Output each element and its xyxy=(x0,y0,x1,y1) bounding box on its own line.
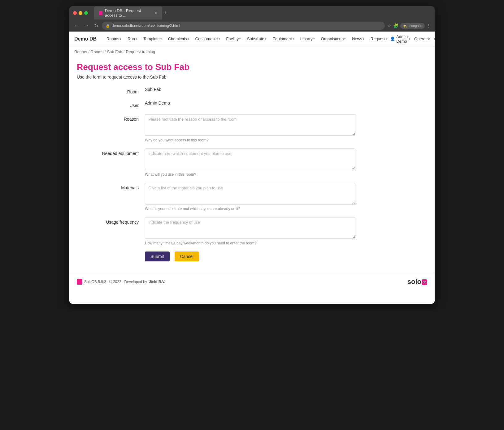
room-value: Sub Fab xyxy=(145,84,161,92)
form-actions: Submit Cancel xyxy=(145,252,355,261)
address-bar[interactable]: 🔒 demo.solodb.net/room/ask-training/2.ht… xyxy=(102,22,385,30)
menu-icon[interactable]: ⋮ xyxy=(427,23,431,28)
room-field: Sub Fab xyxy=(145,87,355,92)
nav-item-run[interactable]: Run ▾ xyxy=(125,35,140,42)
maximize-button[interactable] xyxy=(84,11,88,15)
browser-toolbar: ← → ↻ 🔒 demo.solodb.net/room/ask-trainin… xyxy=(69,20,435,32)
frequency-field: How many times a day/week/month do you n… xyxy=(145,217,355,245)
nav-run-label: Run xyxy=(128,37,135,41)
room-label: Room xyxy=(77,87,145,94)
user-value: Admin Demo xyxy=(145,98,170,105)
form-row-reason: Reason Why do you want access to this ro… xyxy=(77,114,355,142)
reason-field: Why do you want access to this room? xyxy=(145,114,355,142)
nav-template-arrow: ▾ xyxy=(160,37,162,41)
breadcrumb: Rooms / Rooms / Sub Fab / Request traini… xyxy=(69,46,435,57)
tab-title: Demo DB - Request access to ... xyxy=(105,8,151,18)
page-title: Request access to Sub Fab xyxy=(77,62,427,72)
new-tab-button[interactable]: + xyxy=(164,10,167,16)
nav-item-template[interactable]: Template ▾ xyxy=(141,35,164,42)
cancel-button[interactable]: Cancel xyxy=(175,252,199,261)
materials-hint: What is your substrate and which layers … xyxy=(145,207,355,211)
brand-logo[interactable]: Demo DB xyxy=(74,36,97,42)
tab-close-icon[interactable]: ✕ xyxy=(154,11,157,15)
equipment-label: Needed equipment xyxy=(77,148,145,156)
form-row-room: Room Sub Fab xyxy=(77,87,355,94)
nav-user[interactable]: 👤 Admin Demo ▾ xyxy=(390,34,411,44)
breadcrumb-sep-1: / xyxy=(88,49,89,54)
breadcrumb-sep-3: / xyxy=(124,49,125,54)
form-row-materials: Materials What is your substrate and whi… xyxy=(77,183,355,211)
nav-organisation-label: Organisation xyxy=(321,37,344,41)
nav-item-chemicals[interactable]: Chemicals ▾ xyxy=(166,35,192,42)
nav-user-arrow: ▾ xyxy=(409,37,411,41)
breadcrumb-subfab-link[interactable]: Sub Fab xyxy=(107,49,122,54)
toolbar-actions: ☆ 🧩 🕵 Incognito ⋮ xyxy=(387,23,431,29)
nav-rooms-arrow: ▾ xyxy=(120,37,121,41)
active-tab[interactable]: Demo DB - Request access to ... ✕ xyxy=(94,6,162,19)
nav-item-equipment[interactable]: Equipment ▾ xyxy=(270,35,297,42)
materials-field: What is your substrate and which layers … xyxy=(145,183,355,211)
nav-template-label: Template xyxy=(143,37,160,41)
nav-item-news[interactable]: News ▾ xyxy=(350,35,367,42)
equipment-textarea[interactable] xyxy=(145,148,355,170)
nav-rooms-label: Rooms xyxy=(106,37,119,41)
nav-item-consumable[interactable]: Consumable ▾ xyxy=(193,35,223,42)
footer-favicon xyxy=(77,279,82,285)
equipment-hint: What will you use in this room? xyxy=(145,172,355,177)
nav-item-rooms[interactable]: Rooms ▾ xyxy=(104,35,124,42)
footer-logo-db: db xyxy=(422,279,427,285)
frequency-label: Usage frequency xyxy=(77,217,145,225)
footer-logo: solodb xyxy=(407,278,427,286)
materials-textarea[interactable] xyxy=(145,183,355,204)
tab-favicon xyxy=(99,11,102,15)
nav-substrate-label: Substrate xyxy=(247,37,264,41)
footer-left: SoloDB 5.8.3 · © 2022 · Developed by Jie… xyxy=(77,279,165,285)
breadcrumb-rooms-link-2[interactable]: Rooms xyxy=(91,49,103,54)
nav-item-facility[interactable]: Facility ▾ xyxy=(224,35,243,42)
nav-item-substrate[interactable]: Substrate ▾ xyxy=(245,35,269,42)
nav-item-organisation[interactable]: Organisation ▾ xyxy=(319,35,349,42)
materials-label: Materials xyxy=(77,183,145,190)
nav-chemicals-arrow: ▾ xyxy=(188,37,189,41)
submit-button[interactable]: Submit xyxy=(145,252,170,261)
breadcrumb-sep-2: / xyxy=(105,49,106,54)
footer-company: Jield B.V. xyxy=(149,280,165,284)
form-row-equipment: Needed equipment What will you use in th… xyxy=(77,148,355,177)
star-icon[interactable]: ☆ xyxy=(387,23,391,28)
extensions-icon[interactable]: 🧩 xyxy=(393,23,398,28)
forward-button[interactable]: → xyxy=(83,22,90,30)
close-button[interactable] xyxy=(73,11,77,15)
nav-consumable-label: Consumable xyxy=(195,37,218,41)
nav-user-label: Admin Demo xyxy=(396,34,408,44)
nav-substrate-arrow: ▾ xyxy=(265,37,267,41)
incognito-button[interactable]: 🕵 Incognito xyxy=(400,23,425,29)
breadcrumb-rooms-link[interactable]: Rooms xyxy=(74,49,87,54)
user-field: Admin Demo xyxy=(145,101,355,105)
reason-textarea[interactable] xyxy=(145,114,355,136)
browser-titlebar: Demo DB - Request access to ... ✕ + xyxy=(69,6,435,20)
frequency-hint: How many times a day/week/month do you n… xyxy=(145,241,355,245)
url-text: demo.solodb.net/room/ask-training/2.html xyxy=(112,24,180,28)
footer-logo-text: solo xyxy=(407,278,421,286)
footer: SoloDB 5.8.3 · © 2022 · Developed by Jie… xyxy=(69,274,435,290)
main-content: Request access to Sub Fab Use the form t… xyxy=(69,57,435,274)
nav-item-request[interactable]: Request ▾ xyxy=(368,35,390,42)
nav-operator-label[interactable]: Operator xyxy=(414,37,430,41)
breadcrumb-current: Request training xyxy=(126,49,155,54)
nav-consumable-arrow: ▾ xyxy=(219,37,220,41)
back-button[interactable]: ← xyxy=(73,22,80,30)
nav-admin-label[interactable]: Admin xyxy=(434,37,435,41)
reason-label: Reason xyxy=(77,114,145,122)
nav-library-label: Library xyxy=(300,37,313,41)
frequency-textarea[interactable] xyxy=(145,217,355,239)
incognito-icon: 🕵 xyxy=(403,24,407,28)
navbar: Demo DB Rooms ▾ Run ▾ Template ▾ Chemica… xyxy=(69,32,435,46)
reload-button[interactable]: ↻ xyxy=(93,22,99,30)
page-content: Demo DB Rooms ▾ Run ▾ Template ▾ Chemica… xyxy=(69,32,435,304)
nav-right: 👤 Admin Demo ▾ Operator Admin xyxy=(390,34,435,44)
form-row-user: User Admin Demo xyxy=(77,101,355,108)
nav-equipment-arrow: ▾ xyxy=(293,37,294,41)
equipment-field: What will you use in this room? xyxy=(145,148,355,177)
nav-item-library[interactable]: Library ▾ xyxy=(298,35,317,42)
minimize-button[interactable] xyxy=(79,11,82,15)
